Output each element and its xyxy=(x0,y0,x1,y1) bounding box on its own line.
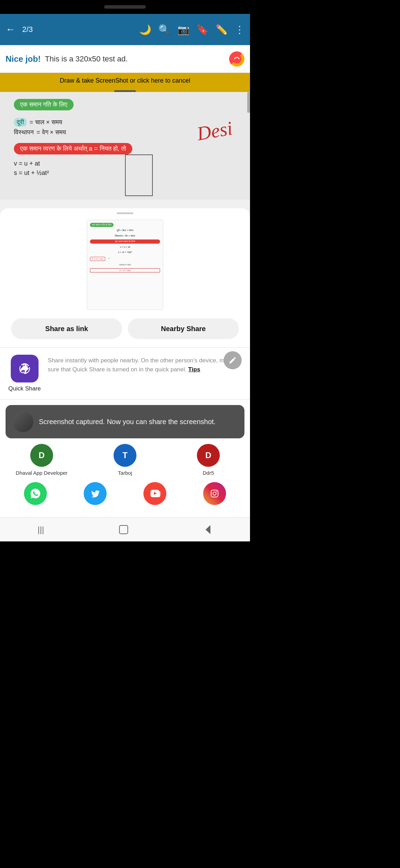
contact-avatar-3: D xyxy=(197,444,220,467)
uniform-acceleration-tag: एक समान त्वरण के लिये अर्थात् a = नियत ह… xyxy=(14,143,132,154)
scroll-thumb[interactable] xyxy=(247,92,250,113)
contact-avatar-1: D xyxy=(30,444,53,467)
notch-bar xyxy=(0,0,250,14)
formula-displacement-label: विस्थापन xyxy=(14,129,34,136)
camera-icon[interactable]: 📷 xyxy=(177,24,190,35)
preview-tag-green: एक समान गति के लिए xyxy=(90,223,114,227)
top-bar: ← 2/3 🌙 🔍 📷 🔖 ✏️ ⋮ xyxy=(0,14,250,45)
preview-formula-3: v = u + at xyxy=(90,246,160,248)
page-indicator: 2/3 xyxy=(22,25,33,34)
quick-share-icon-wrap: Quick Share xyxy=(8,355,41,392)
search-icon[interactable]: 🔍 xyxy=(158,24,170,35)
edit-icon[interactable]: ✏️ xyxy=(216,24,228,35)
quick-share-section: Quick Share Share instantly with people … xyxy=(0,348,250,399)
more-menu-icon[interactable]: ⋮ xyxy=(235,24,244,35)
back-nav-button[interactable] xyxy=(203,527,212,532)
formula-displacement-eq: = वेग × समय xyxy=(36,129,66,136)
bookmark-icon[interactable]: 🔖 xyxy=(197,24,209,35)
screenshot-notif-bar[interactable]: Draw & take ScreenShot or click here to … xyxy=(0,73,250,92)
back-nav-icon xyxy=(206,525,210,534)
twitter-icon xyxy=(84,482,107,505)
toast-text: Screenshot captured. Now you can share t… xyxy=(39,417,216,427)
whatsapp-icon xyxy=(24,482,47,505)
contact-item-3[interactable]: D Ddr5 xyxy=(167,444,250,477)
uniform-motion-tag: एक समान गति के लिए xyxy=(14,99,74,110)
preview-box-2: v² - u² = 2as xyxy=(90,268,160,272)
preview-formula-2: विस्थापन = वेग × समय xyxy=(90,235,160,237)
edit-fab-button[interactable] xyxy=(224,351,242,369)
contacts-section: Screenshot captured. Now you can share t… xyxy=(0,399,250,479)
contact-name-1: Dhaval App Developer xyxy=(16,470,67,477)
screen: ← 2/3 🌙 🔍 📷 🔖 ✏️ ⋮ Test Ad Nice job! Thi… xyxy=(0,14,250,541)
home-icon xyxy=(119,525,128,534)
share-buttons-row: Share as link Nearby Share xyxy=(0,318,250,339)
preview-notes: पाठ्यक्रम नोट्स xyxy=(90,264,160,266)
toast-avatar xyxy=(12,411,33,432)
notch-pill xyxy=(104,5,146,9)
preview-check: ✓ xyxy=(108,257,110,261)
contact-item-2[interactable]: T Tarboj xyxy=(83,444,167,477)
quick-share-label: Quick Share xyxy=(8,385,41,392)
contacts-row: D Dhaval App Developer T Tarboj D Ddr5 xyxy=(0,438,250,479)
home-button[interactable] xyxy=(119,525,128,534)
contacts-with-toast: Screenshot captured. Now you can share t… xyxy=(0,399,250,479)
screenshot-preview: एक समान गति के लिए दूरी = चाल × समय विस्… xyxy=(87,220,163,310)
preview-tag-red: एक समान त्वरण के लिये xyxy=(90,239,160,244)
recent-apps-icon: ||| xyxy=(38,525,44,534)
contact-name-3: Ddr5 xyxy=(203,470,214,477)
top-bar-actions: 🌙 🔍 📷 🔖 ✏️ ⋮ xyxy=(139,24,244,35)
content-area: एक समान गति के लिए दूरी = चाल × समय विस्… xyxy=(0,92,250,200)
app-icon-twitter[interactable] xyxy=(65,482,125,505)
preview-box-1: v² = u² + 2as xyxy=(90,257,105,261)
svg-point-0 xyxy=(232,54,241,64)
share-as-link-button[interactable]: Share as link xyxy=(11,318,122,339)
app-icons-row xyxy=(0,479,250,508)
quick-share-icon xyxy=(11,355,39,382)
formula-distance-eq: = चाल × समय xyxy=(30,119,62,126)
ad-nice-job: Nice job! xyxy=(6,54,41,64)
selection-box xyxy=(125,154,153,196)
app-icon-youtube[interactable] xyxy=(125,482,185,505)
system-nav-bar: ||| xyxy=(0,517,250,541)
moon-icon[interactable]: 🌙 xyxy=(139,24,151,35)
preview-formula-4: s = ut + ½at² xyxy=(90,251,160,253)
bottom-sheet: एक समान गति के लिए दूरी = चाल × समय विस्… xyxy=(0,208,250,541)
youtube-icon xyxy=(143,482,166,505)
sheet-handle xyxy=(117,212,133,214)
contact-item-1[interactable]: D Dhaval App Developer xyxy=(0,444,83,477)
preview-content: एक समान गति के लिए दूरी = चाल × समय विस्… xyxy=(87,220,163,310)
back-button[interactable]: ← xyxy=(6,24,15,35)
preview-formula-1: दूरी = चाल × समय xyxy=(90,229,160,232)
app-icon-instagram[interactable] xyxy=(185,482,244,505)
notif-bar-text: Draw & take ScreenShot or click here to … xyxy=(60,77,190,84)
instagram-icon xyxy=(203,482,226,505)
nearby-share-button[interactable]: Nearby Share xyxy=(128,318,239,339)
quick-share-description: Share instantly with people nearby. On t… xyxy=(48,355,242,374)
tips-link[interactable]: Tips xyxy=(188,366,200,373)
screenshot-toast: Screenshot captured. Now you can share t… xyxy=(6,405,244,438)
app-icon-whatsapp[interactable] xyxy=(6,482,65,505)
recent-apps-button[interactable]: ||| xyxy=(38,525,44,534)
ad-banner: Test Ad Nice job! This is a 320x50 test … xyxy=(0,45,250,73)
contact-name-2: Tarboj xyxy=(118,470,132,477)
ad-logo xyxy=(229,51,244,67)
formula-distance-label: दूरी xyxy=(14,118,27,127)
ad-text: This is a 320x50 test ad. xyxy=(45,54,127,64)
contact-avatar-2: T xyxy=(114,444,136,467)
